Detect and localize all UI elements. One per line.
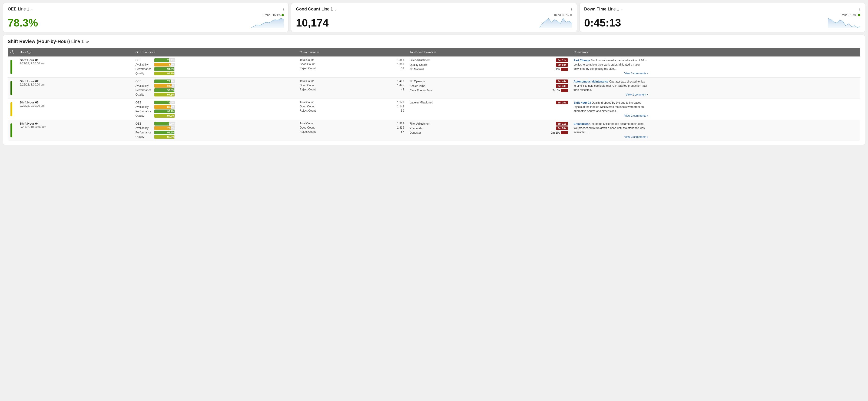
count-row: Good Count 1,310 <box>300 63 404 66</box>
comment-type[interactable]: Breakdown <box>574 122 589 126</box>
card-title-normal: Line 1 <box>608 7 619 11</box>
oee-bar-container: 84.2% <box>154 84 175 88</box>
hour-name: Shift Hour 03 <box>20 101 130 104</box>
oee-bar-value: 96.2% <box>167 131 174 134</box>
comment-type[interactable]: Autonomous Maintenance <box>574 80 608 83</box>
card-value: 10,174 <box>296 18 329 28</box>
oee-bar-container: 97.1% <box>154 110 175 113</box>
row-indicator <box>10 102 12 116</box>
view-comments-link[interactable]: View 1 comment › <box>574 93 648 97</box>
down-events-list-icon[interactable]: ≡ <box>434 51 436 54</box>
count-value: 1,363 <box>397 58 404 62</box>
card-header: OEE Line 1 ⌄ ℹ <box>8 7 284 11</box>
card-info-icon[interactable]: ℹ <box>283 7 284 11</box>
oee-factor-label: Quality <box>135 114 153 117</box>
count-detail-cell: Total Count 1,373 Good Count 1,316 Rejec… <box>297 120 407 141</box>
hour-time: 2/22/22, 9:00:00 am <box>20 104 130 107</box>
card-header: Down Time Line 1 ⌄ ℹ <box>584 7 860 11</box>
row-indicator <box>10 60 12 74</box>
shift-review-section: Shift Review (Hour-by-Hour) Line 1 ≫ i H… <box>3 35 865 145</box>
count-row: Reject Count 43 <box>300 88 404 91</box>
hour-name: Shift Hour 04 <box>20 122 130 125</box>
oee-factor-row: OEE 76.4% <box>135 101 294 104</box>
count-value: 53 <box>401 67 404 70</box>
oee-factor-row: Quality 97.1% <box>135 93 294 96</box>
hour-info-icon[interactable]: i <box>27 51 30 54</box>
count-label: Total Count <box>300 80 314 83</box>
count-label: Reject Count <box>300 67 316 70</box>
card-chevron-icon[interactable]: ⌄ <box>621 7 623 11</box>
hour-info: Shift Hour 02 2/22/22, 8:00:00 am <box>20 80 130 86</box>
hour-time: 2/22/22, 8:00:00 am <box>20 83 130 86</box>
shift-review-chevron-icon[interactable]: ≫ <box>86 40 89 43</box>
card-info-icon[interactable]: ℹ <box>571 7 572 11</box>
oee-factor-label: Performance <box>135 131 153 134</box>
count-detail-list-icon[interactable]: ≡ <box>317 51 319 54</box>
down-event-name: Filler Adjustment <box>410 59 430 62</box>
card-info-icon[interactable]: ℹ <box>859 7 860 11</box>
oee-bar-value: 84.2% <box>167 84 174 87</box>
down-event-row: Case Erector Jam 2m 3s <box>410 89 568 92</box>
info-th-icon: i <box>10 51 14 54</box>
count-row: Total Count 1,178 <box>300 101 404 104</box>
row-info-cell <box>8 57 17 78</box>
card-right: Trend -75.9% <box>828 13 860 28</box>
comment-cell: Autonomous Maintenance Operator was dire… <box>571 78 860 98</box>
th-comments: Comments <box>571 48 860 57</box>
card-value: 78.3% <box>8 18 38 28</box>
count-detail: Total Count 1,178 Good Count 1,148 Rejec… <box>300 101 404 112</box>
view-comments-link[interactable]: View 2 comments › <box>574 114 648 118</box>
count-row: Reject Count 57 <box>300 130 404 133</box>
count-row: Total Count 1,363 <box>300 58 404 62</box>
oee-bar-container: 78.6% <box>154 63 175 66</box>
view-comments-link[interactable]: View 3 comments › <box>574 135 648 139</box>
count-value: 57 <box>401 130 404 133</box>
trend-dot <box>281 14 284 16</box>
row-info-cell <box>8 120 17 141</box>
oee-factor-label: Performance <box>135 67 153 71</box>
count-detail: Total Count 1,373 Good Count 1,316 Rejec… <box>300 122 404 133</box>
oee-factor-label: OEE <box>135 101 153 104</box>
hour-cell: Shift Hour 01 2/22/22, 7:00:00 am <box>17 57 133 78</box>
card-chevron-icon[interactable]: ⌄ <box>31 7 33 11</box>
oee-bar-value: 78.6% <box>167 63 174 66</box>
th-top-down-events: Top Down Events ≡ <box>407 48 571 57</box>
mini-chart <box>539 18 572 28</box>
oee-factor-row: Availability 78.6% <box>135 63 294 66</box>
table-body: Shift Hour 01 2/22/22, 7:00:00 am OEE 71… <box>8 57 860 141</box>
hour-cell: Shift Hour 03 2/22/22, 9:00:00 am <box>17 98 133 120</box>
down-time-badge: 3m 10s <box>556 101 568 104</box>
count-label: Good Count <box>300 105 315 108</box>
oee-bar-container: 94.6% <box>154 67 175 71</box>
count-row: Good Count 1,316 <box>300 126 404 129</box>
down-time-badge: 5m 11s <box>556 122 568 126</box>
oee-factor-row: Availability 84.2% <box>135 84 294 88</box>
view-comments-link[interactable]: View 3 comments › <box>574 71 648 75</box>
comment-cell: Shift Hour 03 Quality dropped by 3% due … <box>571 98 860 120</box>
oee-factor-row: Performance 97.1% <box>135 110 294 113</box>
card-oee: OEE Line 1 ⌄ ℹ 78.3% Trend +16.1% <box>3 3 289 32</box>
oee-factors-list-icon[interactable]: ≡ <box>154 51 156 54</box>
oee-factor-row: OEE 71.4% <box>135 58 294 62</box>
oee-factor-label: Performance <box>135 110 153 113</box>
oee-factor-row: OEE 71.8% <box>135 122 294 126</box>
trend-label: Trend -75.9% <box>840 13 860 17</box>
comment-type[interactable]: Part Change <box>574 59 590 62</box>
hbh-table: i Hour i OEE Factors ≡ Count Detail ≡ To… <box>8 48 860 141</box>
oee-bar-container: 71.4% <box>154 58 175 62</box>
count-label: Good Count <box>300 63 315 66</box>
th-info[interactable]: i <box>8 48 17 57</box>
down-event-name: Case Erector Jam <box>410 89 432 92</box>
oee-factor-row: Availability 77.9% <box>135 126 294 130</box>
down-event-row: Pneumatic 3m 59s <box>410 126 568 130</box>
comment-cell: Part Change Stock room issued a partial … <box>571 57 860 78</box>
comment-type[interactable]: Shift Hour 03 <box>574 101 591 104</box>
oee-bar-value: 95.8% <box>167 135 174 138</box>
card-chevron-icon[interactable]: ⌄ <box>334 7 337 11</box>
oee-factors: OEE 78.9% Availability 84.2% Performance <box>135 80 294 96</box>
trend-dot <box>858 14 860 16</box>
shift-review-title-bold: Shift Review (Hour-by-Hour) <box>8 39 70 44</box>
down-event-row: Labeler Misaligned 3m 10s <box>410 101 568 104</box>
table-row: Shift Hour 03 2/22/22, 9:00:00 am OEE 76… <box>8 98 860 120</box>
oee-factor-label: Quality <box>135 93 153 96</box>
